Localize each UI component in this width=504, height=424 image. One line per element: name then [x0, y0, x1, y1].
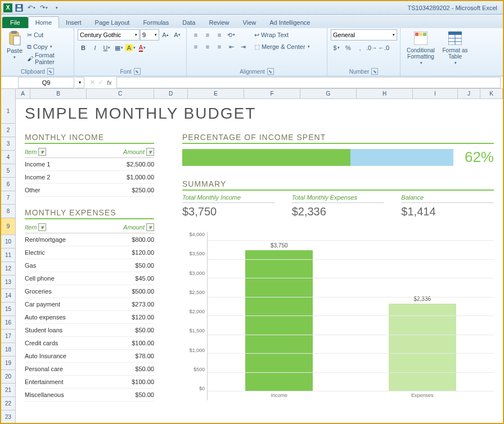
table-row[interactable]: Other$250.00 [25, 184, 154, 197]
name-box[interactable]: Q9 [18, 77, 74, 88]
col-header-A[interactable]: A [16, 89, 30, 98]
row-header-16[interactable]: 16 [1, 316, 16, 330]
comma-format-button[interactable]: , [354, 42, 366, 53]
row-header-4[interactable]: 4 [1, 151, 16, 164]
worksheet-content[interactable]: SIMPLE MONTHLY BUDGET MONTHLY INCOME Ite… [16, 99, 503, 423]
percent-format-button[interactable]: % [343, 42, 354, 53]
tab-page-layout[interactable]: Page Layout [88, 17, 137, 28]
col-header-K[interactable]: K [480, 89, 503, 98]
table-row[interactable]: Auto Insurance$78.00 [25, 350, 154, 363]
col-header-E[interactable]: E [188, 89, 244, 98]
orientation-button[interactable]: ⟲▾ [226, 29, 237, 40]
fx-button[interactable]: fx [107, 79, 112, 86]
row-header-13[interactable]: 13 [1, 276, 16, 289]
grow-font-button[interactable]: A▴ [160, 29, 171, 40]
row-header-7[interactable]: 7 [1, 191, 16, 205]
merge-center-button[interactable]: ⬚ Merge & Center▾ [254, 41, 310, 52]
table-row[interactable]: Gas$50.00 [25, 259, 154, 272]
col-header-I[interactable]: I [413, 89, 458, 98]
italic-button[interactable]: I [89, 42, 101, 53]
conditional-formatting-button[interactable]: Conditional Formatting▾ [404, 29, 438, 66]
table-row[interactable]: Student loans$50.00 [25, 324, 154, 337]
font-launcher[interactable]: ⬊ [134, 68, 141, 75]
col-header-C[interactable]: C [87, 89, 154, 98]
align-middle-button[interactable]: ≡ [202, 29, 213, 40]
align-left-button[interactable]: ≡ [190, 41, 201, 52]
row-header-5[interactable]: 5 [1, 164, 16, 178]
row-header-18[interactable]: 18 [1, 343, 16, 357]
table-row[interactable]: Electric$120.00 [25, 246, 154, 259]
table-row[interactable]: Personal care$50.00 [25, 363, 154, 376]
font-name-combo[interactable]: Century Gothic▾ [78, 29, 140, 40]
row-header-6[interactable]: 6 [1, 178, 16, 191]
tab-home[interactable]: Home [28, 16, 59, 28]
row-header-22[interactable]: 22 [1, 397, 16, 411]
redo-button[interactable]: ↷▾ [38, 2, 50, 13]
row-header-14[interactable]: 14 [1, 289, 16, 303]
shrink-font-button[interactable]: A▾ [172, 29, 183, 40]
row-header-20[interactable]: 20 [1, 370, 16, 384]
enter-icon[interactable]: ✓ [98, 79, 104, 86]
font-size-combo[interactable]: 9▾ [140, 29, 159, 40]
undo-button[interactable]: ↶▾ [26, 2, 37, 13]
col-header-J[interactable]: J [458, 89, 480, 98]
alignment-launcher[interactable]: ⬊ [267, 68, 274, 75]
tab-insert[interactable]: Insert [59, 17, 88, 28]
col-header-F[interactable]: F [244, 89, 300, 98]
row-header-8[interactable]: 8 [1, 205, 16, 218]
save-button[interactable] [14, 2, 25, 13]
table-row[interactable]: Groceries$500.00 [25, 285, 154, 298]
select-all-corner[interactable] [1, 89, 16, 99]
row-header-9[interactable]: 9 [1, 218, 16, 235]
clipboard-launcher[interactable]: ⬊ [47, 68, 54, 75]
format-painter-button[interactable]: 🖌 Format Painter [27, 53, 70, 64]
copy-button[interactable]: ⧉ Copy▾ [27, 41, 70, 52]
row-header-1[interactable]: 1 [1, 99, 16, 124]
tab-view[interactable]: View [236, 17, 263, 28]
row-header-3[interactable]: 3 [1, 137, 16, 151]
paste-button[interactable]: Paste▾ [4, 29, 25, 61]
increase-indent-button[interactable]: ⇥ [237, 41, 249, 52]
cancel-icon[interactable]: ✕ [90, 79, 95, 86]
filter-icon[interactable]: ▾ [38, 223, 46, 231]
align-center-button[interactable]: ≡ [202, 41, 213, 52]
row-header-19[interactable]: 19 [1, 357, 16, 370]
name-box-dropdown[interactable]: ▾ [75, 77, 84, 88]
table-row[interactable]: Income 2$1,000.00 [25, 171, 154, 184]
formula-input[interactable] [116, 77, 501, 88]
table-row[interactable]: Income 1$2,500.00 [25, 158, 154, 171]
number-format-combo[interactable]: General▾ [331, 29, 397, 40]
increase-decimal-button[interactable]: .0→ [366, 42, 377, 53]
tab-ad-intelligence[interactable]: Ad Intelligence [263, 17, 317, 28]
tab-data[interactable]: Data [176, 17, 202, 28]
tab-review[interactable]: Review [202, 17, 236, 28]
table-row[interactable]: Entertainment$100.00 [25, 376, 154, 389]
number-launcher[interactable]: ⬊ [371, 68, 378, 75]
row-header-11[interactable]: 11 [1, 249, 16, 262]
table-row[interactable]: Auto expenses$120.00 [25, 311, 154, 324]
format-as-table-button[interactable]: Format as Table▾ [440, 29, 470, 66]
filter-icon[interactable]: ▾ [38, 148, 46, 156]
row-header-12[interactable]: 12 [1, 262, 16, 276]
col-header-B[interactable]: B [30, 89, 87, 98]
accounting-format-button[interactable]: $▾ [331, 42, 342, 53]
col-header-G[interactable]: G [300, 89, 357, 98]
tab-file[interactable]: File [2, 17, 28, 28]
table-row[interactable]: Miscellaneous$50.00 [25, 389, 154, 402]
filter-icon[interactable]: ▾ [146, 148, 154, 156]
decrease-indent-button[interactable]: ⇤ [226, 41, 237, 52]
col-header-D[interactable]: D [154, 89, 188, 98]
fill-color-button[interactable]: A▾ [125, 42, 136, 53]
col-header-H[interactable]: H [357, 89, 413, 98]
font-color-button[interactable]: A▾ [137, 42, 148, 53]
qat-customize[interactable]: ▾ [51, 2, 62, 13]
row-header-17[interactable]: 17 [1, 330, 16, 343]
cut-button[interactable]: ✂ Cut [27, 29, 70, 40]
tab-formulas[interactable]: Formulas [136, 17, 176, 28]
table-row[interactable]: Credit cards$100.00 [25, 337, 154, 350]
align-right-button[interactable]: ≡ [214, 41, 225, 52]
row-header-15[interactable]: 15 [1, 303, 16, 316]
row-header-10[interactable]: 10 [1, 235, 16, 249]
wrap-text-button[interactable]: ↩ Wrap Text [254, 29, 310, 40]
table-row[interactable]: Cell phone$45.00 [25, 272, 154, 285]
